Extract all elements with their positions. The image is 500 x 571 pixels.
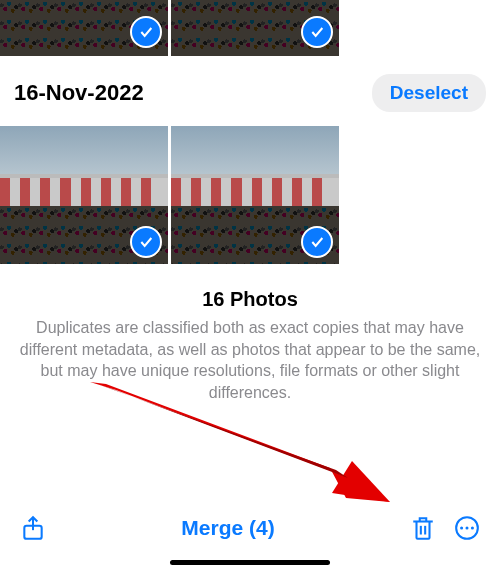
deselect-button[interactable]: Deselect xyxy=(372,74,486,112)
home-indicator xyxy=(170,560,330,565)
summary-title: 16 Photos xyxy=(10,288,490,311)
merge-button[interactable]: Merge (4) xyxy=(181,516,274,540)
svg-point-6 xyxy=(465,526,468,529)
svg-marker-9 xyxy=(332,461,390,502)
selected-checkmark-icon[interactable] xyxy=(301,16,333,48)
photo-thumbnail[interactable] xyxy=(171,126,339,264)
summary-body: Duplicates are classified both as exact … xyxy=(10,317,490,403)
duplicate-group-row xyxy=(0,0,500,56)
duplicates-screen: 16-Nov-2022 Deselect 16 Photos Duplicate… xyxy=(0,0,500,571)
more-icon[interactable] xyxy=(452,513,482,543)
group-header: 16-Nov-2022 Deselect xyxy=(0,56,500,126)
share-icon[interactable] xyxy=(18,513,48,543)
bottom-toolbar: Merge (4) xyxy=(0,513,500,543)
svg-point-5 xyxy=(460,526,463,529)
photo-thumbnail[interactable] xyxy=(0,0,168,56)
trash-icon[interactable] xyxy=(408,513,438,543)
group-date: 16-Nov-2022 xyxy=(14,80,144,106)
selected-checkmark-icon[interactable] xyxy=(130,16,162,48)
svg-point-7 xyxy=(471,526,474,529)
duplicate-group-row xyxy=(0,126,500,264)
photo-thumbnail[interactable] xyxy=(0,126,168,264)
selected-checkmark-icon[interactable] xyxy=(301,226,333,258)
photo-thumbnail[interactable] xyxy=(171,0,339,56)
summary-block: 16 Photos Duplicates are classified both… xyxy=(0,264,500,413)
selected-checkmark-icon[interactable] xyxy=(130,226,162,258)
